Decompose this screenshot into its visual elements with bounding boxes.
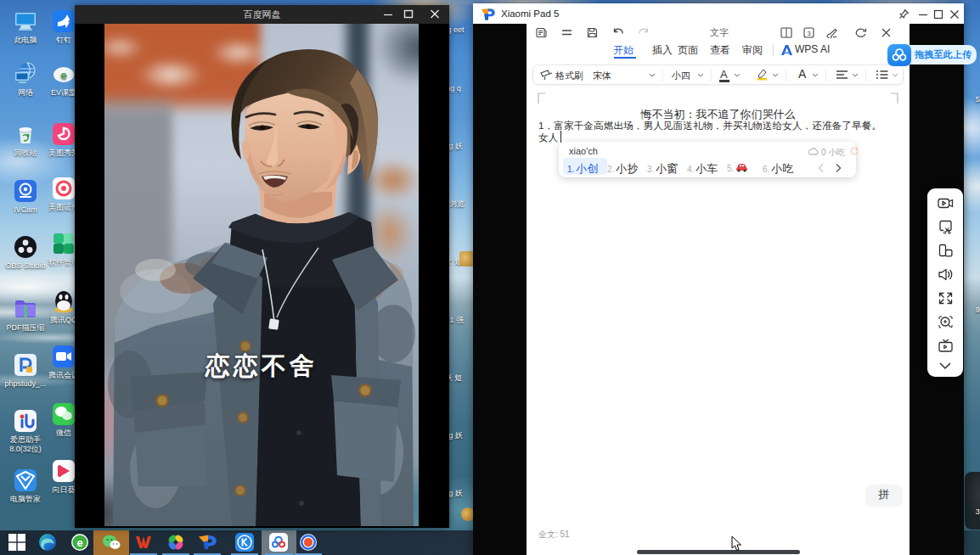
svg-text:3: 3 <box>807 30 810 37</box>
svg-text:e: e <box>60 69 66 81</box>
svg-text:e: e <box>76 536 82 549</box>
